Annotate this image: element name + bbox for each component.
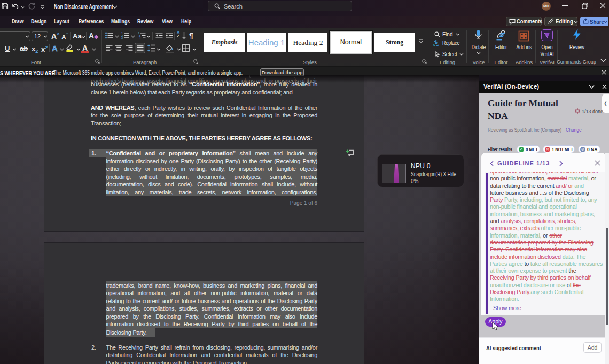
svg-text:i: i [140,36,140,39]
svg-text:3: 3 [121,36,123,39]
svg-text:c: c [433,43,435,46]
